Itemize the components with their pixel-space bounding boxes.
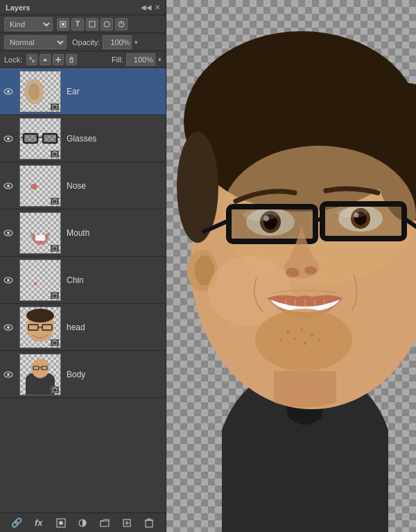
- layer-thumbnail-ear: [19, 71, 61, 112]
- svg-point-3: [104, 22, 110, 27]
- opacity-input[interactable]: [103, 35, 132, 49]
- lock-position-btn[interactable]: [53, 54, 64, 65]
- svg-rect-41: [53, 247, 57, 250]
- lock-image-btn[interactable]: [40, 54, 51, 65]
- layer-thumbnail-nose: [19, 165, 61, 207]
- fill-arrow: ▾: [158, 56, 162, 63]
- layer-info-mouth: Mouth: [64, 228, 166, 238]
- layer-badge-ear: [51, 103, 59, 110]
- svg-point-16: [28, 83, 40, 100]
- layer-badge-chin: [51, 292, 59, 299]
- svg-point-61: [7, 373, 10, 376]
- svg-rect-66: [53, 388, 57, 392]
- svg-rect-35: [53, 200, 57, 203]
- svg-point-107: [304, 266, 317, 275]
- layer-item-chin[interactable]: Chin: [0, 257, 166, 304]
- layer-badge-body: [51, 386, 59, 393]
- layer-thumbnail-mouth: [19, 212, 61, 254]
- layer-info-chin: Chin: [64, 275, 166, 285]
- link-layers-btn[interactable]: 🔗: [9, 516, 24, 530]
- layer-name-body: Body: [67, 370, 166, 379]
- layer-name-glasses: Glasses: [67, 134, 166, 144]
- layer-visibility-head[interactable]: [0, 304, 17, 351]
- layer-info-ear: Ear: [64, 87, 166, 96]
- layer-thumbnail-body: [19, 354, 61, 395]
- pixel-filter-btn[interactable]: [57, 18, 69, 31]
- type-filter-btn[interactable]: T: [71, 18, 84, 31]
- svg-rect-47: [53, 294, 57, 298]
- group-btn[interactable]: [97, 516, 112, 530]
- layer-visibility-ear[interactable]: [0, 68, 17, 115]
- close-icon[interactable]: ✕: [155, 3, 160, 11]
- svg-point-114: [286, 330, 289, 333]
- layer-visibility-body[interactable]: [0, 351, 17, 398]
- svg-rect-29: [53, 153, 57, 156]
- layer-visibility-chin[interactable]: [0, 257, 17, 304]
- layer-badge-glasses: [51, 151, 59, 157]
- layer-visibility-glasses[interactable]: [0, 115, 17, 162]
- layer-thumbnail-chin: [19, 259, 61, 301]
- adjustment-btn[interactable]: [75, 516, 90, 530]
- panel-header-icons: ◀◀ ✕: [141, 3, 160, 11]
- layer-name-chin: Chin: [67, 275, 166, 285]
- collapse-icon[interactable]: ◀◀: [141, 3, 152, 11]
- layer-name-head: head: [67, 323, 166, 332]
- layer-name-mouth: Mouth: [67, 228, 166, 238]
- layer-visibility-nose[interactable]: [0, 162, 17, 209]
- panel-header: Layers ◀◀ ✕: [0, 0, 166, 15]
- layer-item-mouth[interactable]: Mouth: [0, 209, 166, 257]
- adjustment-filter-btn[interactable]: [115, 18, 128, 31]
- svg-point-120: [304, 342, 306, 345]
- svg-point-62: [31, 359, 49, 378]
- opacity-arrow: ▾: [135, 39, 138, 46]
- layer-info-body: Body: [64, 370, 166, 379]
- layer-visibility-mouth[interactable]: [0, 209, 17, 257]
- lock-icons: [26, 54, 77, 65]
- layer-item-head[interactable]: head: [0, 304, 166, 351]
- svg-point-46: [34, 282, 37, 285]
- svg-rect-1: [62, 23, 64, 26]
- svg-rect-57: [53, 341, 57, 345]
- svg-rect-12: [70, 59, 73, 62]
- lock-all-btn[interactable]: [66, 54, 77, 65]
- svg-line-99: [315, 218, 322, 221]
- fill-label: Fill:: [112, 55, 123, 64]
- lock-transparent-btn[interactable]: [26, 54, 37, 65]
- layer-info-head: head: [64, 323, 166, 332]
- filter-row: Kind Name Effect T: [0, 15, 166, 33]
- svg-point-117: [311, 334, 313, 336]
- svg-point-115: [294, 338, 296, 340]
- new-layer-btn[interactable]: [119, 516, 135, 530]
- layers-list: Ear: [0, 68, 166, 513]
- layer-item-body[interactable]: Body: [0, 351, 166, 398]
- svg-rect-6: [29, 57, 32, 60]
- fill-input[interactable]: [126, 53, 155, 66]
- delete-layer-btn[interactable]: [141, 516, 157, 530]
- svg-point-104: [243, 209, 277, 221]
- mask-btn[interactable]: [53, 516, 69, 530]
- kind-select[interactable]: Kind Name Effect: [4, 17, 53, 31]
- svg-point-34: [31, 184, 37, 189]
- layers-panel: Layers ◀◀ ✕ Kind Name Effect T: [0, 0, 166, 532]
- smart-filter-btn[interactable]: [101, 18, 113, 31]
- svg-rect-40: [35, 235, 45, 241]
- svg-point-119: [318, 339, 320, 341]
- layer-item-ear[interactable]: Ear: [0, 68, 166, 115]
- lock-row: Lock: Fill: ▾: [0, 51, 166, 68]
- layer-thumbnail-glasses: [19, 118, 61, 160]
- blend-mode-select[interactable]: Normal Multiply Screen: [4, 35, 67, 49]
- filter-icons: T: [57, 18, 128, 31]
- layer-name-nose: Nose: [67, 181, 166, 191]
- face-photo: [166, 0, 416, 532]
- svg-rect-9: [29, 60, 32, 62]
- layer-item-glasses[interactable]: Glasses: [0, 115, 166, 162]
- layer-badge-head: [51, 339, 59, 346]
- fx-btn[interactable]: fx: [31, 516, 46, 530]
- svg-point-21: [7, 137, 10, 140]
- layer-item-nose[interactable]: Nose: [0, 162, 166, 209]
- layers-toolbar: 🔗 fx: [0, 513, 166, 532]
- shape-filter-btn[interactable]: [86, 18, 98, 31]
- layer-badge-nose: [51, 198, 59, 205]
- svg-point-51: [7, 326, 10, 329]
- layer-thumbnail-head: [19, 307, 61, 348]
